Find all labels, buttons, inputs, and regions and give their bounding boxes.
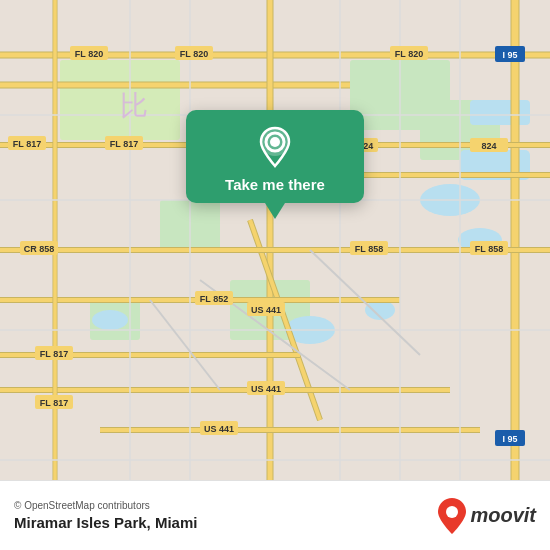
svg-text:比: 比 — [120, 90, 148, 121]
svg-text:US 441: US 441 — [251, 305, 281, 315]
svg-text:FL 858: FL 858 — [475, 244, 503, 254]
svg-point-8 — [92, 310, 128, 330]
svg-text:FL 817: FL 817 — [40, 398, 68, 408]
svg-text:I 95: I 95 — [502, 50, 517, 60]
bottom-left: © OpenStreetMap contributors Miramar Isl… — [14, 500, 197, 531]
bottom-bar: © OpenStreetMap contributors Miramar Isl… — [0, 480, 550, 550]
svg-text:FL 820: FL 820 — [180, 49, 208, 59]
location-name: Miramar Isles Park, Miami — [14, 514, 197, 531]
svg-text:824: 824 — [481, 141, 496, 151]
svg-text:FL 817: FL 817 — [40, 349, 68, 359]
popup-card[interactable]: Take me there — [186, 110, 364, 203]
svg-point-96 — [446, 506, 458, 518]
svg-rect-12 — [470, 100, 530, 125]
svg-text:I 95: I 95 — [502, 434, 517, 444]
attribution-text: © OpenStreetMap contributors — [14, 500, 197, 511]
svg-text:US 441: US 441 — [251, 384, 281, 394]
svg-text:FL 817: FL 817 — [13, 139, 41, 149]
svg-text:FL 858: FL 858 — [355, 244, 383, 254]
svg-text:FL 817: FL 817 — [110, 139, 138, 149]
svg-point-95 — [270, 137, 280, 147]
map-container: FL 817 FL 820 FL 820 FL 820 FL 817 FL 82… — [0, 0, 550, 480]
svg-text:FL 820: FL 820 — [395, 49, 423, 59]
moovit-logo: moovit — [438, 498, 536, 534]
svg-text:FL 820: FL 820 — [75, 49, 103, 59]
moovit-pin-icon — [438, 498, 466, 534]
location-pin-icon — [253, 124, 297, 168]
popup-label: Take me there — [225, 176, 325, 193]
svg-text:US 441: US 441 — [204, 424, 234, 434]
svg-text:CR 858: CR 858 — [24, 244, 55, 254]
svg-text:FL 852: FL 852 — [200, 294, 228, 304]
moovit-brand-text: moovit — [470, 504, 536, 527]
